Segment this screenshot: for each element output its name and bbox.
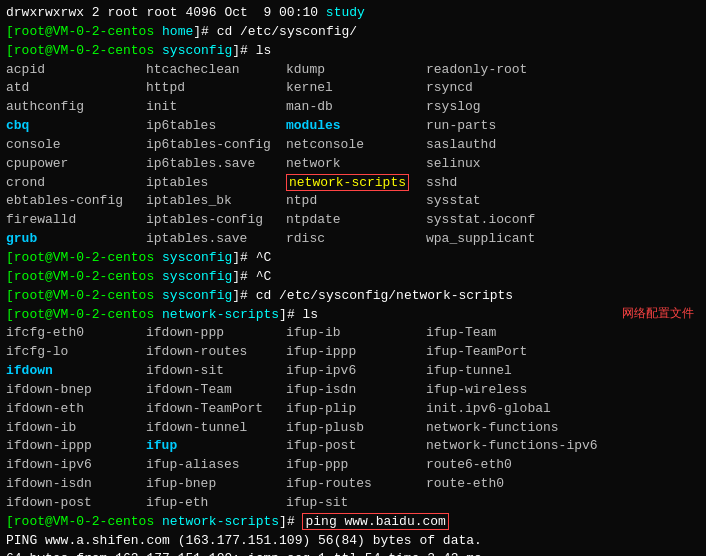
line-ping-out-1: PING www.a.shifen.com (163.177.151.109) …	[6, 532, 700, 551]
line-ping-cmd: [root@VM-0-2-centos network-scripts]# pi…	[6, 513, 700, 532]
ls-row-9: firewalldiptables-configntpdatesysstat.i…	[6, 211, 700, 230]
ls-row-10: grubiptables.saverdiscwpa_supplicant	[6, 230, 700, 249]
ns-row-8: ifdown-ipv6ifup-aliasesifup-ppproute6-et…	[6, 456, 700, 475]
ls-row-7: crondiptablesnetwork-scripts sshd	[6, 174, 700, 193]
ls-row-4: cbqip6tablesmodulesrun-parts	[6, 117, 700, 136]
ns-row-6: ifdown-ibifdown-tunnelifup-plusbnetwork-…	[6, 419, 700, 438]
ping-command-box: ping www.baidu.com	[302, 513, 448, 530]
ns-row-3: ifdownifdown-sitifup-ipv6ifup-tunnel	[6, 362, 700, 381]
annotation-network-config: 网络配置文件	[622, 306, 694, 323]
ns-row-5: ifdown-ethifdown-TeamPortifup-plipinit.i…	[6, 400, 700, 419]
ls-row-2: atdhttpdkernelrsyncd	[6, 79, 700, 98]
terminal: drwxrwxrwx 2 root root 4096 Oct 9 00:10 …	[0, 0, 706, 556]
line-ctrl-c-2: [root@VM-0-2-centos sysconfig]# ^C	[6, 268, 700, 287]
line-1: drwxrwxrwx 2 root root 4096 Oct 9 00:10 …	[6, 4, 700, 23]
line-3: [root@VM-0-2-centos sysconfig]# ls	[6, 42, 700, 61]
line-ctrl-c-1: [root@VM-0-2-centos sysconfig]# ^C	[6, 249, 700, 268]
line-ls-netscripts: [root@VM-0-2-centos network-scripts]# ls…	[6, 306, 700, 325]
ns-row-1: ifcfg-eth0ifdown-pppifup-ibifup-Team	[6, 324, 700, 343]
ns-row-7: ifdown-ipppifupifup-postnetwork-function…	[6, 437, 700, 456]
ls-row-1: acpidhtcachecleankdumpreadonly-root	[6, 61, 700, 80]
ls-row-8: ebtables-configiptables_bkntpdsysstat	[6, 192, 700, 211]
ns-row-9: ifdown-isdnifup-bnepifup-routesroute-eth…	[6, 475, 700, 494]
ns-row-10: ifdown-postifup-ethifup-sit	[6, 494, 700, 513]
ls-row-6: cpupowerip6tables.savenetworkselinux	[6, 155, 700, 174]
line-cd-netscripts: [root@VM-0-2-centos sysconfig]# cd /etc/…	[6, 287, 700, 306]
ls-row-5: consoleip6tables-confignetconsolesaslaut…	[6, 136, 700, 155]
ns-row-4: ifdown-bnepifdown-Teamifup-isdnifup-wire…	[6, 381, 700, 400]
line-ping-out-2: 64 bytes from 163.177.151.109: icmp_seq=…	[6, 550, 700, 556]
line-2: [root@VM-0-2-centos home]# cd /etc/sysco…	[6, 23, 700, 42]
ns-row-2: ifcfg-loifdown-routesifup-ipppifup-TeamP…	[6, 343, 700, 362]
ls-row-3: authconfiginitman-dbrsyslog	[6, 98, 700, 117]
